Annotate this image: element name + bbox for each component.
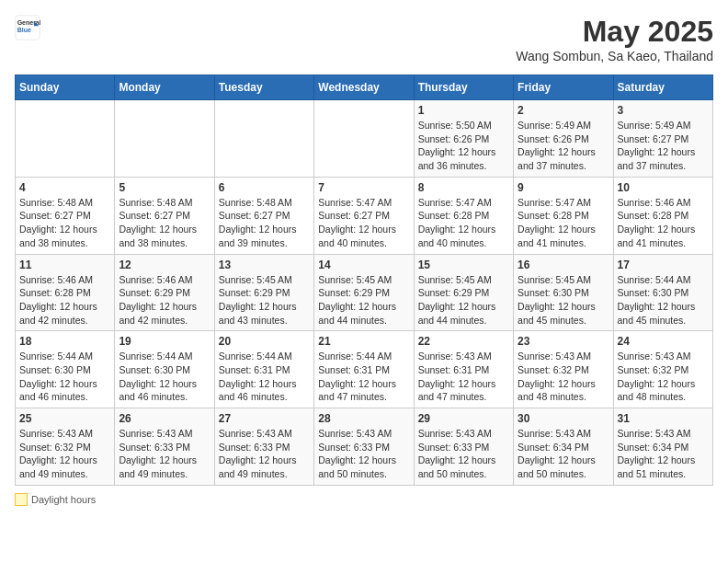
day-cell xyxy=(115,100,214,178)
header-cell-thursday: Thursday xyxy=(414,75,513,100)
day-number: 26 xyxy=(119,412,210,425)
day-number: 24 xyxy=(618,335,709,348)
day-info: Sunrise: 5:43 AM Sunset: 6:33 PM Dayligh… xyxy=(219,427,310,481)
day-cell: 10Sunrise: 5:46 AM Sunset: 6:28 PM Dayli… xyxy=(613,177,712,254)
day-number: 20 xyxy=(219,335,310,348)
day-cell: 29Sunrise: 5:43 AM Sunset: 6:33 PM Dayli… xyxy=(414,408,513,486)
header-cell-sunday: Sunday xyxy=(16,75,115,100)
day-info: Sunrise: 5:43 AM Sunset: 6:34 PM Dayligh… xyxy=(618,427,709,481)
day-cell xyxy=(214,100,313,178)
day-info: Sunrise: 5:44 AM Sunset: 6:31 PM Dayligh… xyxy=(219,350,310,404)
header-cell-tuesday: Tuesday xyxy=(214,75,313,100)
day-cell: 4Sunrise: 5:48 AM Sunset: 6:27 PM Daylig… xyxy=(16,177,115,254)
day-cell: 28Sunrise: 5:43 AM Sunset: 6:33 PM Dayli… xyxy=(314,408,414,486)
day-cell: 7Sunrise: 5:47 AM Sunset: 6:27 PM Daylig… xyxy=(314,177,414,254)
day-info: Sunrise: 5:44 AM Sunset: 6:31 PM Dayligh… xyxy=(318,350,409,404)
day-cell: 13Sunrise: 5:45 AM Sunset: 6:29 PM Dayli… xyxy=(214,254,313,331)
day-number: 31 xyxy=(618,412,709,425)
day-number: 5 xyxy=(119,181,210,194)
week-row-3: 11Sunrise: 5:46 AM Sunset: 6:28 PM Dayli… xyxy=(16,254,713,331)
day-cell xyxy=(314,100,414,178)
day-cell: 1Sunrise: 5:50 AM Sunset: 6:26 PM Daylig… xyxy=(414,100,513,178)
day-info: Sunrise: 5:45 AM Sunset: 6:30 PM Dayligh… xyxy=(518,273,609,327)
legend-box-daylight xyxy=(15,493,28,506)
day-number: 1 xyxy=(418,104,509,117)
day-cell: 12Sunrise: 5:46 AM Sunset: 6:29 PM Dayli… xyxy=(115,254,214,331)
day-cell: 8Sunrise: 5:47 AM Sunset: 6:28 PM Daylig… xyxy=(414,177,513,254)
day-number: 28 xyxy=(318,412,409,425)
header-cell-saturday: Saturday xyxy=(613,75,712,100)
calendar-title: May 2025 xyxy=(516,15,713,49)
day-cell: 30Sunrise: 5:43 AM Sunset: 6:34 PM Dayli… xyxy=(514,408,613,486)
day-number: 11 xyxy=(19,259,110,271)
day-cell: 3Sunrise: 5:49 AM Sunset: 6:27 PM Daylig… xyxy=(613,100,712,178)
day-cell: 24Sunrise: 5:43 AM Sunset: 6:32 PM Dayli… xyxy=(613,331,712,408)
legend: Daylight hours xyxy=(15,493,713,506)
header-cell-friday: Friday xyxy=(514,75,613,100)
calendar-table: SundayMondayTuesdayWednesdayThursdayFrid… xyxy=(15,75,713,486)
day-number: 6 xyxy=(219,181,310,194)
day-info: Sunrise: 5:43 AM Sunset: 6:32 PM Dayligh… xyxy=(618,350,709,404)
day-number: 9 xyxy=(518,181,609,194)
day-number: 14 xyxy=(318,259,409,271)
day-info: Sunrise: 5:48 AM Sunset: 6:27 PM Dayligh… xyxy=(219,196,310,250)
day-cell: 16Sunrise: 5:45 AM Sunset: 6:30 PM Dayli… xyxy=(514,254,613,331)
header-cell-monday: Monday xyxy=(115,75,214,100)
day-number: 19 xyxy=(119,335,210,348)
day-number: 7 xyxy=(318,181,409,194)
day-info: Sunrise: 5:49 AM Sunset: 6:26 PM Dayligh… xyxy=(518,119,609,173)
day-info: Sunrise: 5:45 AM Sunset: 6:29 PM Dayligh… xyxy=(318,273,409,327)
day-cell: 25Sunrise: 5:43 AM Sunset: 6:32 PM Dayli… xyxy=(16,408,115,486)
day-info: Sunrise: 5:46 AM Sunset: 6:29 PM Dayligh… xyxy=(119,273,210,327)
day-cell: 15Sunrise: 5:45 AM Sunset: 6:29 PM Dayli… xyxy=(414,254,513,331)
day-number: 21 xyxy=(318,335,409,348)
day-cell: 17Sunrise: 5:44 AM Sunset: 6:30 PM Dayli… xyxy=(613,254,712,331)
day-number: 29 xyxy=(418,412,509,425)
day-info: Sunrise: 5:43 AM Sunset: 6:32 PM Dayligh… xyxy=(518,350,609,404)
day-number: 22 xyxy=(418,335,509,348)
day-info: Sunrise: 5:47 AM Sunset: 6:28 PM Dayligh… xyxy=(418,196,509,250)
day-info: Sunrise: 5:43 AM Sunset: 6:33 PM Dayligh… xyxy=(418,427,509,481)
day-info: Sunrise: 5:43 AM Sunset: 6:33 PM Dayligh… xyxy=(318,427,409,481)
svg-text:Blue: Blue xyxy=(17,27,31,33)
day-info: Sunrise: 5:43 AM Sunset: 6:31 PM Dayligh… xyxy=(418,350,509,404)
header-cell-wednesday: Wednesday xyxy=(314,75,414,100)
legend-item-daylight: Daylight hours xyxy=(15,493,96,506)
day-number: 2 xyxy=(518,104,609,117)
day-info: Sunrise: 5:47 AM Sunset: 6:28 PM Dayligh… xyxy=(518,196,609,250)
day-number: 27 xyxy=(219,412,310,425)
day-info: Sunrise: 5:45 AM Sunset: 6:29 PM Dayligh… xyxy=(418,273,509,327)
day-number: 12 xyxy=(119,259,210,271)
week-row-1: 1Sunrise: 5:50 AM Sunset: 6:26 PM Daylig… xyxy=(16,100,713,178)
day-cell: 22Sunrise: 5:43 AM Sunset: 6:31 PM Dayli… xyxy=(414,331,513,408)
day-number: 13 xyxy=(219,259,310,271)
day-cell: 27Sunrise: 5:43 AM Sunset: 6:33 PM Dayli… xyxy=(214,408,313,486)
day-info: Sunrise: 5:46 AM Sunset: 6:28 PM Dayligh… xyxy=(618,196,709,250)
day-number: 17 xyxy=(618,259,709,271)
day-number: 18 xyxy=(19,335,110,348)
week-row-4: 18Sunrise: 5:44 AM Sunset: 6:30 PM Dayli… xyxy=(16,331,713,408)
day-cell: 21Sunrise: 5:44 AM Sunset: 6:31 PM Dayli… xyxy=(314,331,414,408)
day-number: 30 xyxy=(518,412,609,425)
day-number: 3 xyxy=(618,104,709,117)
day-cell: 14Sunrise: 5:45 AM Sunset: 6:29 PM Dayli… xyxy=(314,254,414,331)
title-block: May 2025 Wang Sombun, Sa Kaeo, Thailand xyxy=(516,15,713,63)
legend-daylight-label: Daylight hours xyxy=(31,494,96,505)
day-number: 15 xyxy=(418,259,509,271)
day-cell: 31Sunrise: 5:43 AM Sunset: 6:34 PM Dayli… xyxy=(613,408,712,486)
day-info: Sunrise: 5:47 AM Sunset: 6:27 PM Dayligh… xyxy=(318,196,409,250)
week-row-2: 4Sunrise: 5:48 AM Sunset: 6:27 PM Daylig… xyxy=(16,177,713,254)
day-cell: 19Sunrise: 5:44 AM Sunset: 6:30 PM Dayli… xyxy=(115,331,214,408)
day-info: Sunrise: 5:43 AM Sunset: 6:33 PM Dayligh… xyxy=(119,427,210,481)
day-number: 4 xyxy=(19,181,110,194)
page-header: General Blue May 2025 Wang Sombun, Sa Ka… xyxy=(15,15,713,63)
day-cell: 2Sunrise: 5:49 AM Sunset: 6:26 PM Daylig… xyxy=(514,100,613,178)
day-info: Sunrise: 5:48 AM Sunset: 6:27 PM Dayligh… xyxy=(119,196,210,250)
day-cell: 18Sunrise: 5:44 AM Sunset: 6:30 PM Dayli… xyxy=(16,331,115,408)
day-info: Sunrise: 5:44 AM Sunset: 6:30 PM Dayligh… xyxy=(618,273,709,327)
day-cell xyxy=(16,100,115,178)
day-info: Sunrise: 5:48 AM Sunset: 6:27 PM Dayligh… xyxy=(19,196,110,250)
day-info: Sunrise: 5:44 AM Sunset: 6:30 PM Dayligh… xyxy=(19,350,110,404)
day-info: Sunrise: 5:45 AM Sunset: 6:29 PM Dayligh… xyxy=(219,273,310,327)
day-number: 8 xyxy=(418,181,509,194)
